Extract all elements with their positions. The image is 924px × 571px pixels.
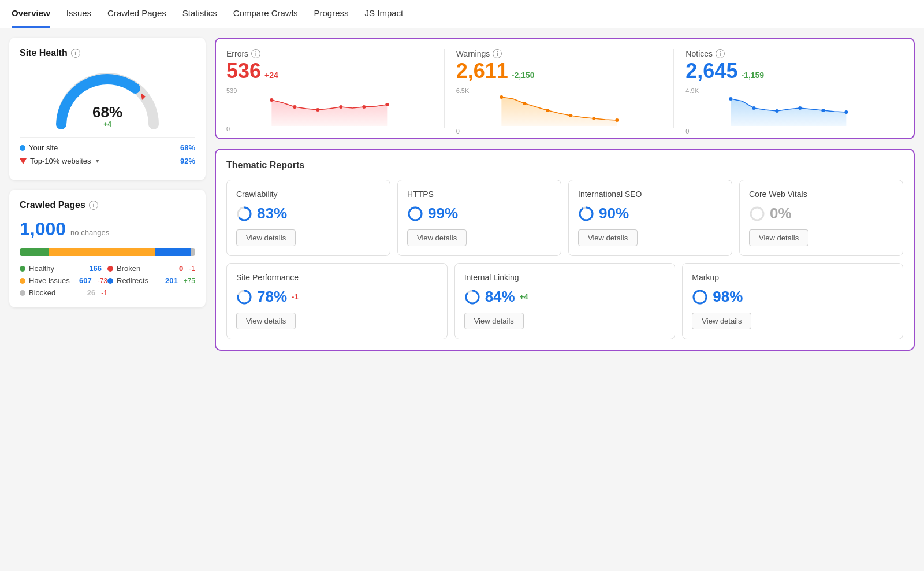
svg-point-8 xyxy=(523,102,526,105)
warnings-y-min: 0 xyxy=(456,128,460,135)
top10-value: 92% xyxy=(180,157,195,165)
warnings-y-max: 6.5K xyxy=(456,87,470,94)
warnings-change: -2,150 xyxy=(512,71,535,80)
nav-crawled-pages[interactable]: Crawled Pages xyxy=(107,0,166,28)
nav-compare-crawls[interactable]: Compare Crawls xyxy=(233,0,298,28)
international-seo-circle-icon xyxy=(578,206,594,222)
legend-have-issues: Have issues 607 -73 xyxy=(20,276,107,285)
top10-label: Top-10% websites xyxy=(30,157,91,165)
site-health-title-text: Site Health xyxy=(20,48,68,58)
errors-value: 536 xyxy=(226,61,261,81)
errors-chart xyxy=(226,94,433,126)
bar-healthy xyxy=(20,248,49,256)
site-performance-change: -1 xyxy=(292,292,299,301)
bar-have-issues xyxy=(49,248,155,256)
crawlability-circle-icon xyxy=(236,206,252,222)
gauge-container: 68% +4 xyxy=(20,66,195,130)
errors-y-min: 0 xyxy=(226,125,230,132)
nav-js-impact[interactable]: JS Impact xyxy=(365,0,404,28)
svg-point-22 xyxy=(409,207,422,220)
reports-top-grid: Crawlability 83% View details HTTPS xyxy=(226,180,903,256)
bar-redirects xyxy=(155,248,191,256)
svg-point-25 xyxy=(751,207,763,220)
report-international-seo: International SEO 90% View details xyxy=(568,180,732,256)
report-core-web-vitals-score: 0% xyxy=(749,205,893,223)
report-https: HTTPS 99% View details xyxy=(397,180,561,256)
dot-redirects xyxy=(107,278,113,284)
change-blocked: -1 xyxy=(101,289,107,297)
svg-point-9 xyxy=(546,109,549,112)
notices-chart xyxy=(685,94,892,126)
your-site-legend: Your site 68% xyxy=(20,143,195,152)
gauge-percentage: 68% xyxy=(92,103,122,121)
svg-point-17 xyxy=(822,109,825,112)
warnings-value: 2,611 xyxy=(456,61,508,81)
international-seo-view-details[interactable]: View details xyxy=(578,229,638,246)
svg-point-18 xyxy=(845,110,848,114)
markup-circle-icon xyxy=(692,289,708,305)
dot-healthy xyxy=(20,266,25,272)
svg-point-7 xyxy=(500,95,503,99)
svg-point-5 xyxy=(362,105,366,109)
crawled-pages-info-icon[interactable]: i xyxy=(89,201,98,210)
report-markup: Markup 98% View details xyxy=(682,263,903,339)
markup-view-details[interactable]: View details xyxy=(692,313,751,329)
report-crawlability: Crawlability 83% View details xyxy=(226,180,390,256)
notices-info-icon[interactable]: i xyxy=(716,49,725,58)
site-performance-circle-icon xyxy=(236,289,252,305)
site-health-card: Site Health i 68% +4 xyxy=(9,38,206,180)
label-blocked: Blocked xyxy=(29,288,84,297)
right-panel: Errors i 536 +24 539 xyxy=(215,38,915,351)
report-international-seo-score: 90% xyxy=(578,205,722,223)
val-healthy: 166 xyxy=(89,264,102,273)
top10-triangle xyxy=(20,158,27,164)
report-internal-linking-name: Internal Linking xyxy=(464,273,666,282)
svg-point-16 xyxy=(799,106,802,110)
report-international-seo-name: International SEO xyxy=(578,190,722,199)
svg-point-14 xyxy=(752,106,756,110)
report-https-name: HTTPS xyxy=(407,190,552,199)
main-content: Site Health i 68% +4 xyxy=(0,28,924,360)
dot-blocked xyxy=(20,290,25,296)
notices-item: Notices i 2,645 -1,159 4.9K xyxy=(674,49,903,128)
report-crawlability-score: 83% xyxy=(236,205,381,223)
report-crawlability-name: Crawlability xyxy=(236,190,381,199)
reports-bottom-grid: Site Performance 78% -1 View details Int… xyxy=(226,263,903,339)
warnings-label: Warnings i xyxy=(456,49,662,58)
ewn-card: Errors i 536 +24 539 xyxy=(215,38,915,139)
notices-sparkline: 4.9K xyxy=(685,87,892,128)
report-https-score: 99% xyxy=(407,205,552,223)
site-health-info-icon[interactable]: i xyxy=(71,49,80,58)
crawled-pages-card: Crawled Pages i 1,000 no changes Healthy… xyxy=(9,190,206,307)
top10-legend: Top-10% websites ▾ 92% xyxy=(20,157,195,165)
crawlability-view-details[interactable]: View details xyxy=(236,229,296,246)
crawled-legend: Healthy 166 Broken 0 -1 Have issues 607 … xyxy=(20,264,195,297)
https-view-details[interactable]: View details xyxy=(407,229,467,246)
crawled-pages-title-text: Crawled Pages xyxy=(20,200,85,210)
crawled-count: 1,000 xyxy=(20,218,66,240)
nav-progress[interactable]: Progress xyxy=(314,0,349,28)
val-broken: 0 xyxy=(179,264,183,273)
core-web-vitals-view-details[interactable]: View details xyxy=(749,229,808,246)
report-markup-score: 98% xyxy=(692,288,893,306)
site-performance-view-details[interactable]: View details xyxy=(236,313,296,329)
label-broken: Broken xyxy=(117,264,176,273)
warnings-info-icon[interactable]: i xyxy=(493,49,502,58)
errors-info-icon[interactable]: i xyxy=(251,49,260,58)
val-blocked: 26 xyxy=(87,288,95,297)
internal-linking-view-details[interactable]: View details xyxy=(464,313,524,329)
nav-issues[interactable]: Issues xyxy=(66,0,91,28)
internal-linking-circle-icon xyxy=(464,289,480,305)
core-web-vitals-circle-icon xyxy=(749,206,765,222)
nav-overview[interactable]: Overview xyxy=(12,0,50,28)
notices-label: Notices i xyxy=(685,49,892,58)
legend-healthy: Healthy 166 xyxy=(20,264,107,273)
label-have-issues: Have issues xyxy=(29,276,76,285)
ewn-row: Errors i 536 +24 539 xyxy=(226,49,903,128)
label-redirects: Redirects xyxy=(117,276,162,285)
report-internal-linking-score: 84% +4 xyxy=(464,288,666,306)
val-have-issues: 607 xyxy=(79,276,92,285)
nav-statistics[interactable]: Statistics xyxy=(182,0,217,28)
notices-change: -1,159 xyxy=(741,71,764,80)
dot-broken xyxy=(107,266,113,272)
